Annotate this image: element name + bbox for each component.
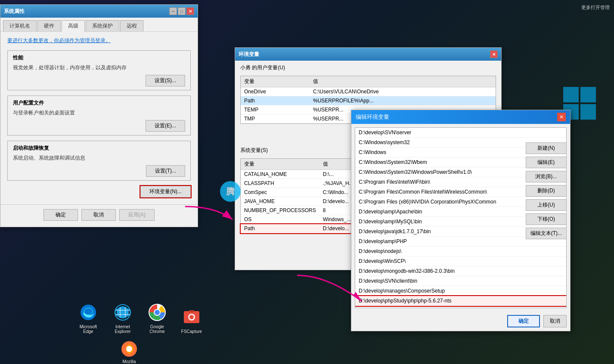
startup-desc: 系统启动、系统故障和调试信息 [13, 154, 185, 162]
user-col-val: 值 [310, 76, 496, 87]
user-var-value: C:\Users\VULCAN\OneDrive [310, 87, 496, 96]
editenv-titlebar: 编辑环境变量 ✕ [351, 110, 570, 124]
performance-section: 性能 视觉效果，处理器计划，内存使用，以及虚拟内存 设置(S)... [7, 50, 191, 90]
fscapture-icon [181, 307, 202, 327]
fscapture-label: FSCapture [181, 329, 202, 334]
sys-var-name: CATALINA_HOME [241, 170, 319, 179]
user-var-name: OneDrive [241, 87, 310, 96]
envvar-title: 环境变量 [239, 51, 259, 58]
editenv-path-item[interactable]: D:\develop\manages\ComposerSetup [355, 286, 566, 296]
svg-point-23 [126, 346, 132, 352]
desktop-icons-row: MicrosoftEdge InternetExplorer [73, 302, 207, 334]
sysprop-window: 系统属性 ─ □ ✕ 计算机名 硬件 高级 系统保护 远程 要进行大多数更改，你… [0, 4, 198, 227]
svg-point-7 [84, 308, 93, 315]
startup-settings-btn[interactable]: 设置(T)... [146, 165, 185, 177]
tab-advanced[interactable]: 高级 [62, 20, 85, 32]
warning-text: 要进行大多数更改，你必须作为管理员登录。 [7, 37, 191, 44]
chrome-label: GoogleChrome [149, 324, 165, 334]
user-var-value: %USERPROFILE%\App... [310, 96, 496, 105]
chrome-icon [147, 302, 167, 323]
svg-rect-0 [563, 87, 579, 102]
sysprop-ok-btn[interactable]: 确定 [43, 209, 78, 221]
mozilla-label: Mozilla [122, 359, 136, 364]
editenv-path-item[interactable]: D:\develop\SVN\server [355, 128, 566, 138]
envvar-close-btn[interactable]: ✕ [490, 50, 498, 58]
sysprop-maximize-btn[interactable]: □ [178, 7, 186, 15]
performance-title: 性能 [13, 54, 185, 62]
tab-sysprotect[interactable]: 系统保护 [86, 20, 119, 31]
editenv-right-btn-4[interactable]: 上移(U) [526, 199, 567, 211]
editenv-ok-btn[interactable]: 确定 [507, 315, 540, 327]
editenv-path-item[interactable]: D:\develop\mongodb-win32-i386-2.0.3\bin [355, 266, 566, 276]
editenv-right-btn-1[interactable]: 编辑(E) [526, 157, 567, 168]
editenv-right-btn-6[interactable]: 编辑文本(T)... [526, 228, 567, 239]
svg-point-20 [189, 315, 194, 319]
userprofile-section: 用户配置文件 与登录帐户相关的桌面设置 设置(E)... [7, 96, 191, 136]
user-col-var: 变量 [241, 76, 310, 87]
sysprop-tabs: 计算机名 硬件 高级 系统保护 远程 [0, 18, 198, 32]
envvar-btn-row: 环境变量(N)... [7, 186, 191, 197]
svg-rect-21 [189, 310, 194, 312]
sys-col-var: 变量 [241, 159, 319, 170]
envvar-btn[interactable]: 环境变量(N)... [140, 186, 191, 197]
editenv-right-btn-2[interactable]: 浏览(B)... [526, 171, 567, 182]
desktop-icon-mozilla[interactable]: Mozilla [121, 340, 138, 364]
ie-label: InternetExplorer [115, 324, 130, 334]
edge-label: MicrosoftEdge [80, 324, 97, 334]
editenv-path-item[interactable]: D:\develop\nodejs\ [355, 247, 566, 256]
editenv-cancel-btn[interactable]: 取消 [543, 315, 567, 327]
user-var-row[interactable]: OneDriveC:\Users\VULCAN\OneDrive [241, 87, 496, 96]
tab-hardware[interactable]: 硬件 [37, 20, 61, 31]
editenv-right-btns: 新建(N)编辑(E)浏览(B)...删除(D)上移(U)下移(O)编辑文本(T)… [526, 142, 567, 239]
userprofile-settings-btn[interactable]: 设置(E)... [146, 120, 185, 132]
svg-point-17 [155, 310, 160, 315]
sys-var-name: NUMBER_OF_PROCESSORS [241, 206, 319, 215]
editenv-path-item[interactable]: D:\develop\SVN\client\bin [355, 276, 566, 286]
performance-desc: 视觉效果，处理器计划，内存使用，以及虚拟内存 [13, 64, 185, 71]
svg-rect-1 [580, 87, 596, 102]
edge-icon [78, 302, 99, 323]
editenv-title: 编辑环境变量 [356, 113, 389, 121]
desktop-icon-ie[interactable]: InternetExplorer [108, 302, 138, 334]
mozilla-icon [121, 340, 138, 358]
ie-icon [112, 302, 133, 323]
user-var-row[interactable]: Path%USERPROFILE%\App... [241, 96, 496, 105]
warning-link[interactable]: 你必须作为管理员登录。 [54, 37, 111, 43]
sysprop-titlebar: 系统属性 ─ □ ✕ [0, 5, 198, 18]
sys-var-name: Path [241, 224, 319, 233]
tencent-icon: 腾 [220, 181, 241, 202]
sysprop-apply-btn[interactable]: 应用(A) [119, 209, 155, 221]
userprofile-title: 用户配置文件 [13, 99, 185, 107]
tab-computername[interactable]: 计算机名 [3, 20, 37, 31]
sysprop-cancel-btn[interactable]: 取消 [81, 209, 116, 221]
svg-rect-3 [580, 104, 596, 120]
desktop-icon-fscapture[interactable]: FSCapture [177, 307, 207, 334]
sys-var-name: ComSpec [241, 188, 319, 197]
svg-text:腾: 腾 [226, 187, 235, 196]
performance-btn-row: 设置(S)... [13, 75, 185, 86]
sysprop-close-btn[interactable]: ✕ [186, 7, 194, 15]
user-var-name: Path [241, 96, 310, 105]
performance-settings-btn[interactable]: 设置(S)... [146, 75, 185, 86]
desktop-icon-edge[interactable]: MicrosoftEdge [73, 302, 103, 334]
envvar-titlebar: 环境变量 ✕ [235, 48, 501, 61]
sysprop-title: 系统属性 [4, 8, 25, 15]
editenv-right-btn-5[interactable]: 下移(O) [526, 213, 567, 225]
sys-var-name: OS [241, 215, 319, 224]
user-var-name: TMP [241, 114, 310, 123]
manage-btn[interactable]: 更多打开管理 [581, 4, 610, 11]
editenv-right-btn-0[interactable]: 新建(N) [526, 142, 567, 154]
editenv-right-btn-3[interactable]: 删除(D) [526, 185, 567, 197]
tab-remote[interactable]: 远程 [120, 20, 143, 31]
userprofile-desc: 与登录帐户相关的桌面设置 [13, 109, 185, 117]
editenv-close-btn[interactable]: ✕ [557, 113, 566, 121]
top-right-area: 更多打开管理 [581, 4, 610, 11]
editenv-path-item[interactable]: D:\develop\phpStudy\php\php-5.6.27-nts [355, 296, 566, 306]
sysprop-minimize-btn[interactable]: ─ [169, 7, 177, 15]
editenv-path-item[interactable]: D:\develop\WinSCP\ [355, 256, 566, 266]
desktop-icon-chrome[interactable]: GoogleChrome [142, 302, 172, 334]
sys-var-name: CLASSPATH [241, 179, 319, 188]
user-vars-label: 小勇 的用户变量(U) [235, 61, 501, 72]
startup-title: 启动和故障恢复 [13, 145, 185, 152]
sys-var-name: JAVA_HOME [241, 197, 319, 206]
